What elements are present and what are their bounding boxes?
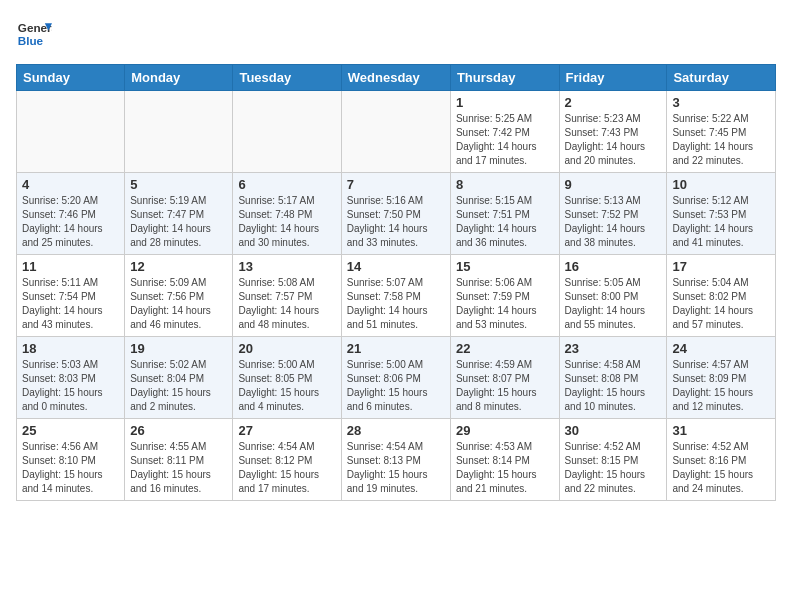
day-info: Sunrise: 4:52 AM Sunset: 8:16 PM Dayligh… (672, 440, 770, 496)
day-number: 13 (238, 259, 335, 274)
day-info: Sunrise: 5:08 AM Sunset: 7:57 PM Dayligh… (238, 276, 335, 332)
day-info: Sunrise: 5:23 AM Sunset: 7:43 PM Dayligh… (565, 112, 662, 168)
calendar-cell: 28Sunrise: 4:54 AM Sunset: 8:13 PM Dayli… (341, 419, 450, 501)
calendar-cell: 23Sunrise: 4:58 AM Sunset: 8:08 PM Dayli… (559, 337, 667, 419)
day-info: Sunrise: 4:53 AM Sunset: 8:14 PM Dayligh… (456, 440, 554, 496)
svg-text:General: General (18, 21, 52, 34)
calendar-cell: 25Sunrise: 4:56 AM Sunset: 8:10 PM Dayli… (17, 419, 125, 501)
calendar-cell: 21Sunrise: 5:00 AM Sunset: 8:06 PM Dayli… (341, 337, 450, 419)
day-number: 9 (565, 177, 662, 192)
day-number: 24 (672, 341, 770, 356)
day-info: Sunrise: 5:05 AM Sunset: 8:00 PM Dayligh… (565, 276, 662, 332)
day-number: 29 (456, 423, 554, 438)
day-number: 20 (238, 341, 335, 356)
day-number: 2 (565, 95, 662, 110)
day-number: 23 (565, 341, 662, 356)
day-number: 11 (22, 259, 119, 274)
col-header-tuesday: Tuesday (233, 65, 341, 91)
day-info: Sunrise: 5:11 AM Sunset: 7:54 PM Dayligh… (22, 276, 119, 332)
calendar-cell: 24Sunrise: 4:57 AM Sunset: 8:09 PM Dayli… (667, 337, 776, 419)
day-number: 25 (22, 423, 119, 438)
calendar-cell: 9Sunrise: 5:13 AM Sunset: 7:52 PM Daylig… (559, 173, 667, 255)
day-info: Sunrise: 5:03 AM Sunset: 8:03 PM Dayligh… (22, 358, 119, 414)
calendar-cell: 8Sunrise: 5:15 AM Sunset: 7:51 PM Daylig… (450, 173, 559, 255)
day-number: 7 (347, 177, 445, 192)
col-header-wednesday: Wednesday (341, 65, 450, 91)
day-info: Sunrise: 5:22 AM Sunset: 7:45 PM Dayligh… (672, 112, 770, 168)
calendar-cell: 27Sunrise: 4:54 AM Sunset: 8:12 PM Dayli… (233, 419, 341, 501)
day-info: Sunrise: 4:54 AM Sunset: 8:12 PM Dayligh… (238, 440, 335, 496)
col-header-saturday: Saturday (667, 65, 776, 91)
day-info: Sunrise: 5:19 AM Sunset: 7:47 PM Dayligh… (130, 194, 227, 250)
calendar-cell: 5Sunrise: 5:19 AM Sunset: 7:47 PM Daylig… (125, 173, 233, 255)
day-info: Sunrise: 4:56 AM Sunset: 8:10 PM Dayligh… (22, 440, 119, 496)
calendar-cell (233, 91, 341, 173)
week-row-4: 18Sunrise: 5:03 AM Sunset: 8:03 PM Dayli… (17, 337, 776, 419)
calendar-cell: 10Sunrise: 5:12 AM Sunset: 7:53 PM Dayli… (667, 173, 776, 255)
week-row-5: 25Sunrise: 4:56 AM Sunset: 8:10 PM Dayli… (17, 419, 776, 501)
day-info: Sunrise: 5:12 AM Sunset: 7:53 PM Dayligh… (672, 194, 770, 250)
calendar-cell: 29Sunrise: 4:53 AM Sunset: 8:14 PM Dayli… (450, 419, 559, 501)
day-number: 22 (456, 341, 554, 356)
day-info: Sunrise: 5:09 AM Sunset: 7:56 PM Dayligh… (130, 276, 227, 332)
calendar-cell: 11Sunrise: 5:11 AM Sunset: 7:54 PM Dayli… (17, 255, 125, 337)
day-number: 14 (347, 259, 445, 274)
calendar-cell: 31Sunrise: 4:52 AM Sunset: 8:16 PM Dayli… (667, 419, 776, 501)
col-header-sunday: Sunday (17, 65, 125, 91)
calendar-cell: 22Sunrise: 4:59 AM Sunset: 8:07 PM Dayli… (450, 337, 559, 419)
day-info: Sunrise: 5:00 AM Sunset: 8:06 PM Dayligh… (347, 358, 445, 414)
day-info: Sunrise: 4:54 AM Sunset: 8:13 PM Dayligh… (347, 440, 445, 496)
day-number: 28 (347, 423, 445, 438)
day-number: 27 (238, 423, 335, 438)
day-number: 21 (347, 341, 445, 356)
col-header-friday: Friday (559, 65, 667, 91)
day-info: Sunrise: 5:00 AM Sunset: 8:05 PM Dayligh… (238, 358, 335, 414)
calendar-header-row: SundayMondayTuesdayWednesdayThursdayFrid… (17, 65, 776, 91)
calendar-cell: 18Sunrise: 5:03 AM Sunset: 8:03 PM Dayli… (17, 337, 125, 419)
day-number: 1 (456, 95, 554, 110)
day-info: Sunrise: 5:17 AM Sunset: 7:48 PM Dayligh… (238, 194, 335, 250)
calendar-cell: 15Sunrise: 5:06 AM Sunset: 7:59 PM Dayli… (450, 255, 559, 337)
day-info: Sunrise: 4:58 AM Sunset: 8:08 PM Dayligh… (565, 358, 662, 414)
day-info: Sunrise: 4:59 AM Sunset: 8:07 PM Dayligh… (456, 358, 554, 414)
logo-icon: General Blue (16, 16, 52, 52)
day-number: 12 (130, 259, 227, 274)
calendar-cell: 14Sunrise: 5:07 AM Sunset: 7:58 PM Dayli… (341, 255, 450, 337)
day-number: 31 (672, 423, 770, 438)
logo: General Blue (16, 16, 52, 52)
day-info: Sunrise: 4:52 AM Sunset: 8:15 PM Dayligh… (565, 440, 662, 496)
calendar-cell: 12Sunrise: 5:09 AM Sunset: 7:56 PM Dayli… (125, 255, 233, 337)
day-number: 3 (672, 95, 770, 110)
col-header-thursday: Thursday (450, 65, 559, 91)
day-info: Sunrise: 5:20 AM Sunset: 7:46 PM Dayligh… (22, 194, 119, 250)
day-number: 15 (456, 259, 554, 274)
day-info: Sunrise: 5:15 AM Sunset: 7:51 PM Dayligh… (456, 194, 554, 250)
calendar-cell: 30Sunrise: 4:52 AM Sunset: 8:15 PM Dayli… (559, 419, 667, 501)
calendar-cell: 20Sunrise: 5:00 AM Sunset: 8:05 PM Dayli… (233, 337, 341, 419)
calendar-cell: 2Sunrise: 5:23 AM Sunset: 7:43 PM Daylig… (559, 91, 667, 173)
calendar-cell: 19Sunrise: 5:02 AM Sunset: 8:04 PM Dayli… (125, 337, 233, 419)
day-info: Sunrise: 5:25 AM Sunset: 7:42 PM Dayligh… (456, 112, 554, 168)
day-number: 4 (22, 177, 119, 192)
day-info: Sunrise: 5:04 AM Sunset: 8:02 PM Dayligh… (672, 276, 770, 332)
day-info: Sunrise: 5:06 AM Sunset: 7:59 PM Dayligh… (456, 276, 554, 332)
day-info: Sunrise: 5:16 AM Sunset: 7:50 PM Dayligh… (347, 194, 445, 250)
day-number: 10 (672, 177, 770, 192)
col-header-monday: Monday (125, 65, 233, 91)
svg-text:Blue: Blue (18, 34, 44, 47)
day-number: 8 (456, 177, 554, 192)
calendar-table: SundayMondayTuesdayWednesdayThursdayFrid… (16, 64, 776, 501)
day-number: 18 (22, 341, 119, 356)
calendar-cell: 1Sunrise: 5:25 AM Sunset: 7:42 PM Daylig… (450, 91, 559, 173)
day-number: 16 (565, 259, 662, 274)
day-info: Sunrise: 4:55 AM Sunset: 8:11 PM Dayligh… (130, 440, 227, 496)
calendar-cell: 17Sunrise: 5:04 AM Sunset: 8:02 PM Dayli… (667, 255, 776, 337)
day-info: Sunrise: 5:13 AM Sunset: 7:52 PM Dayligh… (565, 194, 662, 250)
week-row-3: 11Sunrise: 5:11 AM Sunset: 7:54 PM Dayli… (17, 255, 776, 337)
day-number: 30 (565, 423, 662, 438)
day-info: Sunrise: 5:02 AM Sunset: 8:04 PM Dayligh… (130, 358, 227, 414)
day-info: Sunrise: 5:07 AM Sunset: 7:58 PM Dayligh… (347, 276, 445, 332)
calendar-cell: 16Sunrise: 5:05 AM Sunset: 8:00 PM Dayli… (559, 255, 667, 337)
week-row-1: 1Sunrise: 5:25 AM Sunset: 7:42 PM Daylig… (17, 91, 776, 173)
calendar-cell: 4Sunrise: 5:20 AM Sunset: 7:46 PM Daylig… (17, 173, 125, 255)
